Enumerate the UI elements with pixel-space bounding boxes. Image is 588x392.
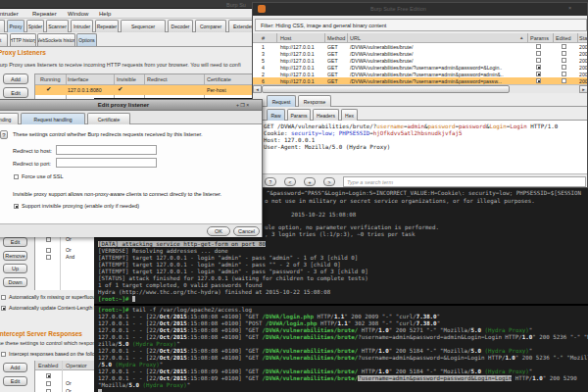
server-rule-enabled-checkbox[interactable] [46,373,51,378]
proxy-tab-http-history[interactable]: HTTP history [10,33,36,46]
filter-bar[interactable]: Filter: Hiding CSS, image and general bi… [255,19,587,31]
cancel-button[interactable]: Cancel [233,226,260,236]
edited-checkbox[interactable] [562,51,566,56]
dialog-window-buttons[interactable]: + ❐ × [236,102,249,108]
params-checkbox[interactable] [536,72,541,76]
update-length-checkbox[interactable] [1,306,6,311]
proxy-tab-options[interactable]: Options [76,33,97,46]
proxy-tab-intercept[interactable]: Intercept [0,33,8,46]
terminal-access-log[interactable]: [root:~]# tail -f /var/log/apache2/acces… [94,304,588,392]
tab-repeater[interactable]: Repeater [95,20,119,32]
remove-rule-button[interactable]: Remove [3,251,27,261]
listener-row[interactable]: ✔ 127.0.0.1:8080 ✔ Per-host [35,85,259,95]
tab-decoder[interactable]: Decoder [168,20,193,32]
params-checkbox[interactable] [536,78,541,83]
edited-checkbox[interactable] [562,65,566,70]
menu-repeater[interactable]: Repeater [32,11,57,17]
tab-binding[interactable]: Binding [0,113,19,124]
col-enabled[interactable]: Enabled [38,363,58,368]
edit-rule-button[interactable]: Edit [3,237,27,247]
col-host[interactable]: Host [280,35,291,41]
tab-comparer[interactable]: Comparer [195,20,226,32]
down-rule-button[interactable]: Down [3,277,27,287]
search-input[interactable]: Type a search term [343,176,586,187]
request-editor[interactable]: GET /DVWA/vulnerabilities/brute/?usernam… [253,121,588,173]
tab-spider[interactable]: Spider [26,20,44,32]
tab-request[interactable]: Request [267,95,296,107]
search-next-button[interactable]: > [323,177,335,186]
menu-intruder[interactable]: Intruder [0,11,19,17]
history-row[interactable]: 5http://127.0.0.1GET/DVWA/vulnerabilitie… [253,57,588,64]
tab-certificate[interactable]: Certificate [87,113,130,124]
history-row[interactable]: 1http://127.0.0.1GET/DVWA/vulnerabilitie… [253,43,588,50]
add-response-rule-button[interactable]: Add [3,363,27,372]
params-checkbox[interactable] [536,65,541,70]
col-interface[interactable]: Interface [68,76,88,82]
col-running[interactable]: Running [40,76,61,82]
dialog-titlebar[interactable]: Edit proxy listener + ❐ × [0,100,262,111]
params-checkbox[interactable] [536,44,541,49]
fix-newlines-checkbox[interactable] [1,295,6,300]
search-add-button[interactable]: + [304,177,316,186]
ok-button[interactable]: OK [207,226,230,236]
scroll-left-arrow[interactable]: ◂ [253,85,262,93]
intercept-responses-checkbox[interactable] [1,352,6,357]
tab-intruder[interactable]: Intruder [71,20,93,32]
col-params[interactable]: Params [530,35,549,41]
search-help-button[interactable]: ? [265,177,276,186]
col-edited[interactable]: Edited [556,35,571,41]
tab-params[interactable]: Params [287,109,311,121]
col-invisible[interactable]: Invisible [117,76,136,82]
params-checkbox[interactable] [536,58,541,63]
window-controls[interactable]: × [568,5,571,11]
edited-checkbox[interactable] [562,44,566,49]
edited-checkbox[interactable] [562,78,566,83]
menu-help[interactable]: Help [99,11,111,17]
client-rule-enabled-checkbox[interactable] [46,248,51,253]
col-certificate[interactable]: Certificate [207,76,231,82]
add-listener-button[interactable]: Add [3,74,28,84]
help-icon[interactable]: ? [0,130,8,139]
cell-method: GET [327,72,338,77]
client-rule-enabled-checkbox[interactable] [46,237,51,242]
history-row[interactable]: 3http://127.0.0.1GET/DVWA/vulnerabilitie… [253,50,588,57]
menu-window[interactable]: Window [68,11,88,17]
redirect-host-input[interactable] [56,145,157,155]
history-row[interactable]: 6http://127.0.0.1GET/DVWA/vulnerabilitie… [253,77,588,84]
params-checkbox[interactable] [536,51,541,56]
tab-proxy[interactable]: Proxy [7,20,24,32]
col-url[interactable]: URL [350,35,361,41]
scroll-thumb[interactable] [262,85,510,93]
main-tab-bar: TargetProxySpiderScannerIntruderRepeater… [0,19,260,32]
tab-headers[interactable]: Headers [313,109,339,121]
history-row[interactable]: 4http://127.0.0.1GET/DVWA/vulnerabilitie… [253,64,588,71]
tab-response[interactable]: Response [298,95,331,107]
edit-response-rule-button[interactable]: Edit [3,376,27,386]
tab-hex[interactable]: Hex [341,109,358,121]
tab-scanner[interactable]: Scanner [46,20,69,32]
col-status[interactable]: Status [579,35,588,41]
tab-request-handling[interactable]: Request handling [21,113,85,124]
server-rule-enabled-checkbox[interactable] [46,381,51,386]
history-window-titlebar[interactable]: Burp Suite Free Edition × [253,3,588,16]
up-rule-button[interactable]: Up [3,264,27,273]
search-prev-button[interactable]: < [284,177,296,186]
col-operator[interactable]: Operator [66,363,87,368]
edit-listener-button[interactable]: Edit [3,87,28,98]
redirect-port-input[interactable] [56,158,157,168]
col-num[interactable]: # [262,35,265,41]
edited-checkbox[interactable] [562,72,566,76]
history-scrollbar[interactable]: ◂ ▸ [253,84,588,93]
edited-checkbox[interactable] [562,58,566,63]
force-ssl-checkbox[interactable] [14,174,19,179]
col-method[interactable]: Method [327,35,345,41]
proxy-tab-websockets-history[interactable]: WebSockets history [37,33,75,46]
scroll-right-arrow[interactable]: ▸ [579,85,588,93]
tab-sequencer[interactable]: Sequencer [121,20,166,32]
col-redirect[interactable]: Redirect [147,76,167,82]
tab-raw[interactable]: Raw [267,109,285,121]
tab-target[interactable]: Target [0,20,5,32]
client-rule-enabled-checkbox[interactable] [46,255,51,260]
invisible-proxy-checkbox[interactable] [14,204,19,209]
history-row[interactable]: 2http://127.0.0.1GET/DVWA/vulnerabilitie… [253,71,588,77]
